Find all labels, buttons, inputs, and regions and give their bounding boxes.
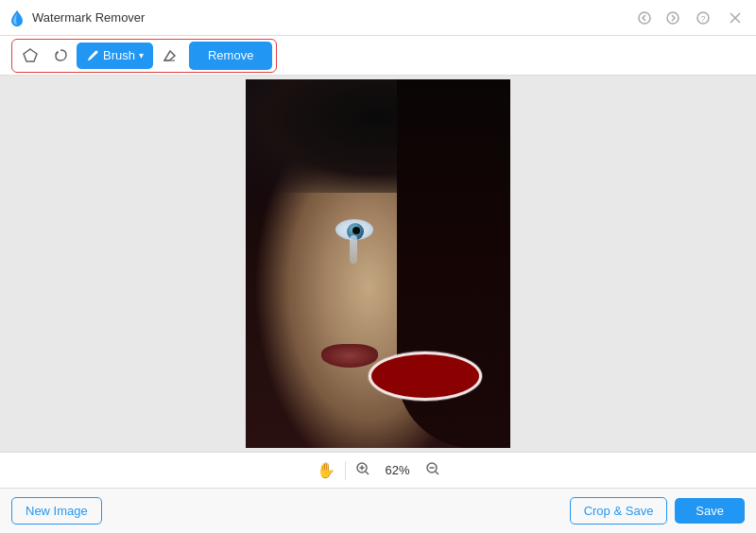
zoom-level: 62% (380, 463, 416, 477)
svg-line-12 (436, 472, 438, 474)
svg-text:?: ? (700, 14, 705, 24)
save-button[interactable]: Save (675, 498, 745, 524)
window-controls: ? (690, 5, 748, 31)
svg-line-9 (366, 472, 369, 474)
hand-tool-icon[interactable]: ✋ (317, 461, 335, 479)
eraser-tool-button[interactable] (155, 42, 183, 70)
close-button[interactable] (722, 5, 748, 31)
back-button[interactable] (631, 5, 658, 31)
action-bar: New Image Crop & Save Save (0, 488, 756, 533)
zoom-bar: ✋ 62% (0, 452, 756, 488)
forward-button[interactable] (660, 5, 686, 31)
svg-point-0 (639, 12, 650, 24)
divider (345, 461, 346, 480)
watermark-selection (369, 352, 482, 401)
zoom-out-icon[interactable] (425, 461, 440, 480)
new-image-button[interactable]: New Image (11, 497, 102, 524)
nav-buttons (631, 5, 686, 31)
lasso-tool-button[interactable] (46, 42, 75, 70)
svg-point-1 (667, 12, 679, 24)
eye-area (321, 212, 397, 249)
tool-group: Brush ▾ Remove (11, 39, 277, 73)
app-title: Watermark Remover (32, 10, 631, 25)
help-button[interactable]: ? (690, 5, 716, 31)
crop-save-button[interactable]: Crop & Save (570, 497, 668, 524)
zoom-in-icon[interactable] (355, 461, 370, 480)
title-bar: Watermark Remover ? (0, 0, 756, 36)
lips-area (321, 344, 378, 368)
svg-marker-4 (24, 49, 37, 61)
main-image (246, 79, 510, 448)
polygon-tool-button[interactable] (16, 42, 44, 70)
app-logo (8, 9, 26, 27)
brush-dropdown-icon: ▾ (139, 50, 144, 60)
brush-tool-button[interactable]: Brush ▾ (77, 43, 153, 69)
svg-point-5 (95, 50, 98, 53)
remove-button[interactable]: Remove (189, 42, 272, 70)
tear (350, 235, 357, 264)
canvas-area[interactable] (0, 76, 756, 452)
toolbar: Brush ▾ Remove (0, 36, 756, 76)
brush-label: Brush (103, 48, 135, 62)
eye-pupil (352, 227, 360, 234)
image-container (246, 79, 510, 448)
